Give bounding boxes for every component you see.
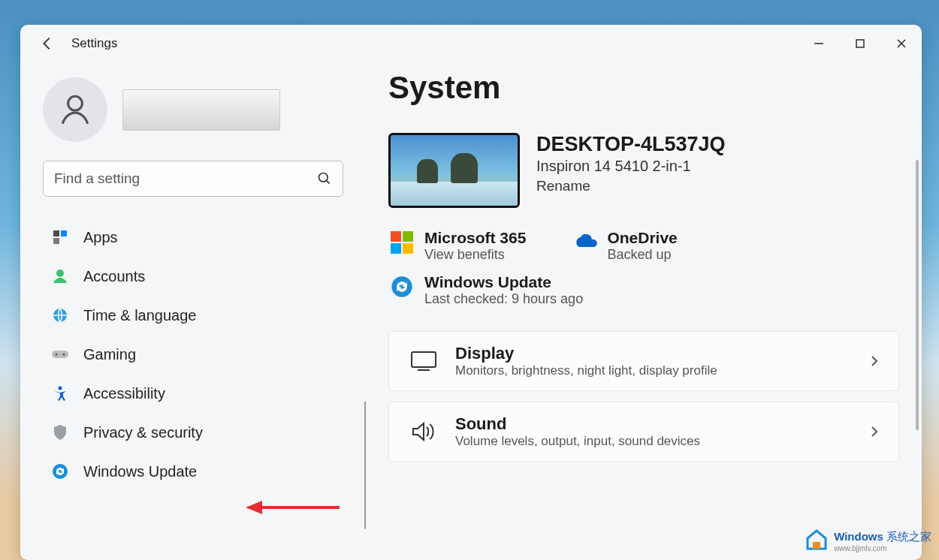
sidebar-item-windows-update[interactable]: Windows Update <box>43 452 352 491</box>
svg-rect-12 <box>52 351 68 358</box>
back-button[interactable] <box>35 32 59 56</box>
onedrive-icon <box>571 229 598 256</box>
status-windows-update[interactable]: Windows Update Last checked: 9 hours ago <box>388 273 899 307</box>
window-controls <box>798 25 922 62</box>
sidebar: Apps Accounts Time & language <box>20 62 366 560</box>
search-icon <box>317 171 332 186</box>
svg-line-6 <box>327 181 330 184</box>
svg-point-4 <box>68 96 83 110</box>
sidebar-item-label: Windows Update <box>83 463 197 480</box>
page-title: System <box>388 70 899 106</box>
display-icon <box>407 345 440 378</box>
search-field[interactable] <box>54 170 317 187</box>
svg-rect-7 <box>53 230 59 236</box>
main-content: System DESKTOP-4L537JQ Inspiron 14 5410 … <box>366 62 922 560</box>
app-title: Settings <box>71 36 117 51</box>
windows-update-status-icon <box>388 273 415 300</box>
svg-point-10 <box>56 269 64 277</box>
svg-point-5 <box>319 173 328 182</box>
svg-rect-22 <box>813 542 820 549</box>
titlebar: Settings <box>20 25 922 62</box>
section-display[interactable]: Display Monitors, brightness, night ligh… <box>388 331 899 391</box>
windows-update-icon <box>49 463 71 480</box>
maximize-button[interactable] <box>839 25 880 62</box>
sidebar-item-gaming[interactable]: Gaming <box>43 335 352 374</box>
sidebar-item-apps[interactable]: Apps <box>43 218 352 257</box>
device-info: DESKTOP-4L537JQ Inspiron 14 5410 2-in-1 … <box>536 133 726 194</box>
section-title: Display <box>455 344 868 363</box>
rename-link[interactable]: Rename <box>536 178 726 194</box>
status-title: OneDrive <box>607 229 677 247</box>
watermark-sub1: 系统之家 <box>886 530 931 543</box>
desktop-preview[interactable] <box>388 133 520 208</box>
svg-rect-1 <box>856 40 864 47</box>
section-title: Sound <box>455 414 868 434</box>
status-onedrive[interactable]: OneDrive Backed up <box>571 229 677 263</box>
status-title: Windows Update <box>424 273 583 291</box>
svg-rect-8 <box>61 230 67 236</box>
device-name: DESKTOP-4L537JQ <box>536 133 726 156</box>
user-block[interactable] <box>43 77 352 142</box>
watermark-sub2: www.bjjmlv.com <box>834 544 931 552</box>
section-desc: Monitors, brightness, night light, displ… <box>455 363 868 378</box>
status-grid: Microsoft 365 View benefits OneDrive Bac… <box>388 229 899 307</box>
sidebar-item-label: Privacy & security <box>83 424 203 441</box>
accessibility-icon <box>49 385 71 402</box>
sidebar-item-time-language[interactable]: Time & language <box>43 296 352 335</box>
close-button[interactable] <box>880 25 922 62</box>
section-desc: Volume levels, output, input, sound devi… <box>455 434 868 449</box>
svg-point-13 <box>56 354 58 356</box>
accounts-icon <box>49 268 71 285</box>
svg-point-15 <box>59 387 62 390</box>
svg-point-14 <box>63 354 65 356</box>
watermark-icon <box>804 528 829 554</box>
sidebar-item-accessibility[interactable]: Accessibility <box>43 374 352 413</box>
watermark: Windows 系统之家 www.bjjmlv.com <box>804 528 931 554</box>
svg-rect-18 <box>412 352 436 367</box>
shield-icon <box>49 424 71 441</box>
body: Apps Accounts Time & language <box>20 62 922 560</box>
status-microsoft-365[interactable]: Microsoft 365 View benefits <box>388 229 526 263</box>
device-model: Inspiron 14 5410 2-in-1 <box>536 158 726 175</box>
sidebar-item-privacy-security[interactable]: Privacy & security <box>43 413 352 452</box>
gaming-icon <box>49 348 71 360</box>
status-sub: View benefits <box>424 247 526 263</box>
main-scrollbar[interactable] <box>916 160 919 430</box>
username-redacted <box>122 89 280 131</box>
chevron-right-icon <box>868 426 880 438</box>
sound-icon <box>407 415 440 448</box>
sidebar-item-label: Accounts <box>83 268 145 285</box>
svg-rect-9 <box>53 238 59 244</box>
nav-list: Apps Accounts Time & language <box>43 218 352 491</box>
watermark-brand: Windows <box>834 530 883 543</box>
microsoft-365-icon <box>388 229 415 256</box>
status-sub: Backed up <box>607 247 677 263</box>
status-sub: Last checked: 9 hours ago <box>424 291 583 307</box>
settings-window: Settings A <box>20 25 922 560</box>
apps-icon <box>49 229 71 245</box>
sidebar-item-accounts[interactable]: Accounts <box>43 257 352 296</box>
sidebar-item-label: Apps <box>83 229 118 246</box>
status-title: Microsoft 365 <box>424 229 526 247</box>
sidebar-item-label: Accessibility <box>83 385 165 402</box>
sidebar-item-label: Time & language <box>83 307 196 324</box>
device-block: DESKTOP-4L537JQ Inspiron 14 5410 2-in-1 … <box>388 133 899 208</box>
avatar <box>43 77 107 142</box>
time-language-icon <box>49 307 71 324</box>
sidebar-item-label: Gaming <box>83 346 136 363</box>
chevron-right-icon <box>868 355 880 367</box>
search-input[interactable] <box>43 161 343 197</box>
section-sound[interactable]: Sound Volume levels, output, input, soun… <box>388 402 899 462</box>
minimize-button[interactable] <box>798 25 839 62</box>
